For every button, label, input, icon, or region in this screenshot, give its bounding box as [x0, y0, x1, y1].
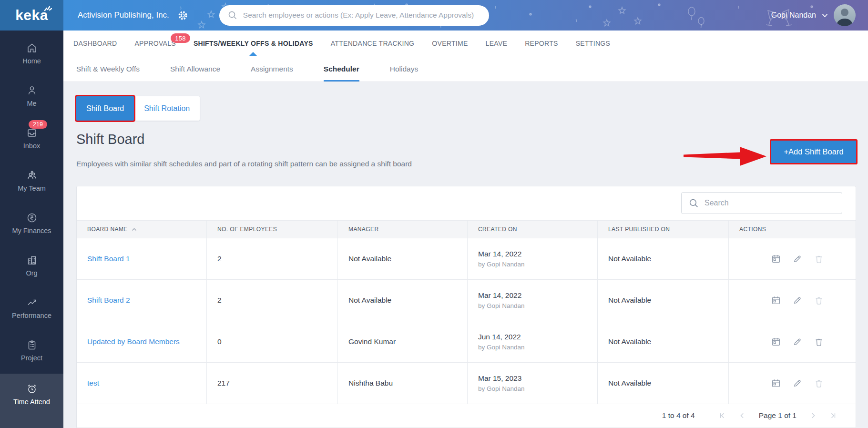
subtab-shift-weekly-offs[interactable]: Shift & Weekly Offs: [76, 56, 140, 82]
tab-approvals[interactable]: APPROVALS158: [134, 31, 175, 56]
page-title: Shift Board: [76, 132, 144, 147]
schedule-calendar-icon[interactable]: [771, 295, 781, 306]
column-header-last-published[interactable]: LAST PUBLISHED ON: [598, 221, 729, 238]
edit-pencil-icon[interactable]: [792, 378, 803, 388]
sidebar-item-inbox[interactable]: 219 Inbox: [0, 119, 63, 162]
sidebar-item-my-team[interactable]: My Team: [0, 162, 63, 204]
sidebar-item-label: Performance: [12, 312, 51, 319]
edit-pencil-icon[interactable]: [792, 336, 803, 347]
main-nav: DASHBOARD APPROVALS158 SHIFTS/WEEKLY OFF…: [63, 31, 868, 56]
shift-board-table-card: BOARD NAME NO. OF EMPLOYEES MANAGER CREA…: [76, 186, 856, 428]
employees-cell: 217: [207, 363, 338, 404]
created-by: by Gopi Nandan: [478, 261, 525, 268]
keka-logo[interactable]: keka: [0, 0, 63, 31]
company-name[interactable]: Activision Publishing, Inc.: [78, 10, 169, 20]
column-label: BOARD NAME: [87, 226, 128, 233]
board-link[interactable]: Updated by Board Members: [87, 337, 180, 346]
sidebar-item-performance[interactable]: Performance: [0, 289, 63, 331]
tab-dashboard[interactable]: DASHBOARD: [73, 31, 117, 56]
board-link[interactable]: test: [87, 379, 99, 387]
manager-cell: Not Available: [338, 238, 468, 279]
toggle-shift-board[interactable]: Shift Board: [76, 96, 134, 121]
avatar[interactable]: [834, 4, 856, 26]
created-on-cell: Mar 15, 2023by Gopi Nandan: [468, 363, 598, 404]
page-content: Shift Board Shift Rotation Shift Board E…: [63, 82, 868, 428]
last-page-icon[interactable]: [830, 412, 837, 419]
sidebar-item-label: Project: [21, 354, 42, 362]
board-link[interactable]: Shift Board 2: [87, 296, 130, 305]
building-icon: [26, 255, 38, 266]
people-icon: [26, 170, 38, 181]
delete-trash-icon[interactable]: [814, 378, 824, 388]
sidebar-item-project[interactable]: Project: [0, 331, 63, 374]
column-header-board-name[interactable]: BOARD NAME: [77, 221, 207, 238]
actions-cell: [729, 238, 856, 279]
manager-cell: Govind Kumar: [338, 321, 468, 362]
tab-label: OVERTIME: [432, 40, 468, 47]
tab-leave[interactable]: LEAVE: [486, 31, 508, 56]
alarm-clock-icon: [26, 383, 38, 395]
schedule-calendar-icon[interactable]: [771, 254, 781, 264]
subtab-scheduler[interactable]: Scheduler: [324, 56, 359, 82]
chevron-down-icon[interactable]: [822, 13, 828, 18]
sidebar: keka Home Me 219 Inbox My Team: [0, 0, 63, 428]
board-rotation-toggle: Shift Board Shift Rotation: [76, 96, 200, 121]
subtab-holidays[interactable]: Holidays: [390, 56, 418, 82]
table-row: test 217 Nishtha Babu Mar 15, 2023by Gop…: [77, 363, 856, 404]
add-shift-board-button[interactable]: +Add Shift Board: [771, 141, 856, 163]
manager-cell: Not Available: [338, 280, 468, 321]
user-name[interactable]: Gopi Nandan: [771, 11, 816, 20]
prev-page-icon[interactable]: [739, 412, 745, 419]
sidebar-item-my-finances[interactable]: My Finances: [0, 204, 63, 246]
delete-trash-icon[interactable]: [814, 336, 824, 347]
column-label: LAST PUBLISHED ON: [608, 226, 670, 233]
tab-shifts-weekly-offs-holidays[interactable]: SHIFTS/WEEKLY OFFS & HOLIDAYS: [194, 31, 313, 56]
created-date: Jun 14, 2022: [478, 333, 521, 341]
person-icon: [26, 85, 38, 96]
settings-gear-icon[interactable]: [178, 10, 188, 20]
created-date: Mar 14, 2022: [478, 291, 521, 300]
global-search-input[interactable]: [243, 11, 480, 20]
sidebar-item-time-attend[interactable]: Time Attend: [0, 374, 63, 428]
subtab-assignments[interactable]: Assignments: [251, 56, 293, 82]
schedule-calendar-icon[interactable]: [771, 378, 781, 388]
first-page-icon[interactable]: [719, 412, 725, 419]
toggle-shift-rotation[interactable]: Shift Rotation: [134, 96, 200, 121]
schedule-calendar-icon[interactable]: [771, 336, 781, 347]
tab-label: SETTINGS: [576, 40, 610, 47]
tab-attendance-tracking[interactable]: ATTENDANCE TRACKING: [331, 31, 415, 56]
board-link[interactable]: Shift Board 1: [87, 255, 130, 263]
created-on-cell: Mar 14, 2022by Gopi Nandan: [468, 238, 598, 279]
tab-reports[interactable]: REPORTS: [525, 31, 558, 56]
sidebar-item-label: Inbox: [23, 142, 40, 150]
next-page-icon[interactable]: [810, 412, 817, 419]
clipboard-icon: [26, 339, 38, 351]
delete-trash-icon[interactable]: [814, 254, 824, 264]
sidebar-item-home[interactable]: Home: [0, 34, 63, 77]
column-header-employees[interactable]: NO. OF EMPLOYEES: [207, 221, 338, 238]
employees-cell: 2: [207, 280, 338, 321]
tab-overtime[interactable]: OVERTIME: [432, 31, 468, 56]
search-icon: [689, 198, 699, 208]
user-menu: Gopi Nandan: [771, 0, 856, 31]
sidebar-item-org[interactable]: Org: [0, 246, 63, 289]
column-header-created-on[interactable]: CREATED ON: [468, 221, 598, 238]
actions-cell: [729, 280, 856, 321]
app-root: keka Home Me 219 Inbox My Team: [0, 0, 868, 428]
subtab-shift-allowance[interactable]: Shift Allowance: [170, 56, 220, 82]
delete-trash-icon[interactable]: [814, 295, 824, 306]
tab-label: REPORTS: [525, 40, 558, 47]
table-search-input[interactable]: [705, 199, 835, 207]
sidebar-item-me[interactable]: Me: [0, 77, 63, 119]
edit-pencil-icon[interactable]: [792, 254, 803, 264]
table-row: Shift Board 1 2 Not Available Mar 14, 20…: [77, 238, 856, 280]
manager-cell: Nishtha Babu: [338, 363, 468, 404]
sidebar-item-label: Time Attend: [13, 398, 50, 406]
column-header-manager[interactable]: MANAGER: [338, 221, 468, 238]
employees-cell: 2: [207, 238, 338, 279]
sort-asc-icon: [132, 228, 137, 231]
column-label: CREATED ON: [478, 226, 517, 233]
edit-pencil-icon[interactable]: [792, 295, 803, 306]
tab-settings[interactable]: SETTINGS: [576, 31, 610, 56]
last-published-cell: Not Available: [598, 321, 729, 362]
